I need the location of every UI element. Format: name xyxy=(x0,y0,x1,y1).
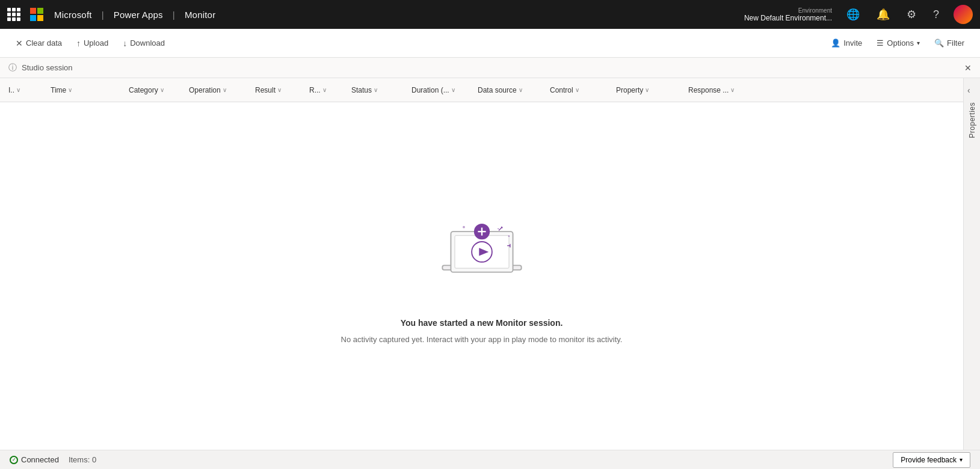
gear-icon[interactable]: ⚙ xyxy=(907,8,916,21)
col-result-label: Result xyxy=(255,86,276,94)
col-id-label: I.. xyxy=(8,86,14,94)
connected-label: Connected xyxy=(21,455,59,464)
col-header-id[interactable]: I.. ∨ xyxy=(5,86,47,94)
col-header-response[interactable]: Response ... ∨ xyxy=(685,86,751,94)
session-bar: ⓘ Studio session ✕ xyxy=(0,58,980,78)
col-response-sort-icon: ∨ xyxy=(730,87,735,93)
upload-icon: ↑ xyxy=(76,38,81,48)
microsoft-logo xyxy=(30,8,43,21)
filter-label: Filter xyxy=(947,38,964,48)
col-result-sort-icon: ∨ xyxy=(277,87,282,93)
col-property-sort-icon: ∨ xyxy=(645,87,649,93)
invite-label: Invite xyxy=(843,38,862,48)
clear-data-button[interactable]: ✕ Clear data xyxy=(10,35,68,52)
session-label: Studio session xyxy=(22,63,73,72)
connection-status: Connected xyxy=(10,455,59,464)
svg-rect-1 xyxy=(37,8,43,14)
connected-dot xyxy=(10,456,18,464)
col-time-label: Time xyxy=(51,86,66,94)
feedback-chevron-icon: ▾ xyxy=(960,456,963,463)
table-area: I.. ∨ Time ∨ Category ∨ Operation ∨ Resu… xyxy=(0,78,963,450)
bell-icon[interactable]: 🔔 xyxy=(877,8,890,21)
col-header-duration[interactable]: Duration (... ∨ xyxy=(408,86,474,94)
col-operation-label: Operation xyxy=(189,86,221,94)
col-header-r[interactable]: R... ∨ xyxy=(306,86,348,94)
empty-subtitle: No activity captured yet. Interact with … xyxy=(341,335,623,344)
col-header-status[interactable]: Status ∨ xyxy=(348,86,408,94)
svg-point-18 xyxy=(463,225,465,228)
app-name: Power Apps xyxy=(114,10,163,20)
environment-label: Environment xyxy=(798,7,832,14)
col-r-label: R... xyxy=(309,86,321,94)
filter-icon: 🔍 xyxy=(934,38,944,48)
col-response-label: Response ... xyxy=(688,86,729,94)
empty-illustration xyxy=(416,209,548,311)
col-header-operation[interactable]: Operation ∨ xyxy=(185,86,251,94)
feedback-button[interactable]: Provide feedback ▾ xyxy=(893,452,970,468)
section-name: Monitor xyxy=(185,10,215,20)
col-control-label: Control xyxy=(550,86,573,94)
col-property-label: Property xyxy=(616,86,643,94)
col-datasource-label: Data source xyxy=(478,86,517,94)
col-time-sort-icon: ∨ xyxy=(68,87,72,93)
col-header-category[interactable]: Category ∨ xyxy=(125,86,185,94)
upload-button[interactable]: ↑ Upload xyxy=(70,35,114,52)
svg-rect-0 xyxy=(30,8,36,14)
empty-state: You have started a new Monitor session. … xyxy=(0,102,963,450)
properties-label: Properties xyxy=(968,102,976,138)
person-icon: 👤 xyxy=(831,38,840,48)
empty-title: You have started a new Monitor session. xyxy=(401,318,563,328)
col-duration-label: Duration (... xyxy=(411,86,449,94)
svg-line-12 xyxy=(499,227,502,230)
col-category-sort-icon: ∨ xyxy=(160,87,164,93)
environment-name: New Default Environment... xyxy=(744,14,832,22)
section-separator: | xyxy=(173,10,175,20)
waffle-menu[interactable] xyxy=(7,8,20,21)
info-icon: ⓘ xyxy=(8,63,17,73)
clear-icon: ✕ xyxy=(16,38,23,48)
options-button[interactable]: ☰ Options ▾ xyxy=(871,35,926,51)
col-header-time[interactable]: Time ∨ xyxy=(47,86,125,94)
toolbar: ✕ Clear data ↑ Upload ↓ Download 👤 Invit… xyxy=(0,29,980,58)
environment-info: Environment New Default Environment... xyxy=(744,7,832,22)
svg-rect-2 xyxy=(30,15,36,21)
col-status-label: Status xyxy=(351,86,372,94)
properties-sidebar[interactable]: ‹ Properties xyxy=(963,78,980,450)
col-r-sort-icon: ∨ xyxy=(322,87,327,93)
feedback-label: Provide feedback xyxy=(901,456,957,464)
column-headers: I.. ∨ Time ∨ Category ∨ Operation ∨ Resu… xyxy=(0,78,963,102)
toolbar-right: 👤 Invite ☰ Options ▾ 🔍 Filter xyxy=(825,35,970,51)
properties-chevron-icon: ‹ xyxy=(967,85,970,95)
clear-data-label: Clear data xyxy=(26,38,62,48)
app-separator: | xyxy=(102,10,104,20)
main-area: I.. ∨ Time ∨ Category ∨ Operation ∨ Resu… xyxy=(0,78,980,450)
user-avatar[interactable] xyxy=(954,5,973,24)
brand-label: Microsoft xyxy=(54,10,92,20)
col-header-control[interactable]: Control ∨ xyxy=(546,86,612,94)
upload-label: Upload xyxy=(84,38,108,48)
svg-rect-3 xyxy=(37,15,43,21)
col-control-sort-icon: ∨ xyxy=(575,87,579,93)
help-icon[interactable]: ? xyxy=(933,8,939,21)
invite-button[interactable]: 👤 Invite xyxy=(825,35,868,51)
col-datasource-sort-icon: ∨ xyxy=(519,87,523,93)
col-operation-sort-icon: ∨ xyxy=(223,87,227,93)
col-header-property[interactable]: Property ∨ xyxy=(612,86,685,94)
col-status-sort-icon: ∨ xyxy=(374,87,378,93)
globe-icon[interactable]: 🌐 xyxy=(846,8,860,21)
col-duration-sort-icon: ∨ xyxy=(451,87,455,93)
options-chevron-icon: ▾ xyxy=(917,40,920,46)
col-header-datasource[interactable]: Data source ∨ xyxy=(474,86,546,94)
options-label: Options xyxy=(887,38,914,48)
download-label: Download xyxy=(130,38,165,48)
download-icon: ↓ xyxy=(123,38,127,48)
options-icon: ☰ xyxy=(877,38,884,48)
col-header-result[interactable]: Result ∨ xyxy=(251,86,306,94)
col-id-sort-icon: ∨ xyxy=(16,87,20,93)
session-close-button[interactable]: ✕ xyxy=(964,63,972,73)
items-count: Items: 0 xyxy=(69,455,96,464)
col-category-label: Category xyxy=(129,86,158,94)
statusbar: Connected Items: 0 Provide feedback ▾ xyxy=(0,450,980,469)
filter-button[interactable]: 🔍 Filter xyxy=(928,35,970,51)
download-button[interactable]: ↓ Download xyxy=(117,35,171,52)
